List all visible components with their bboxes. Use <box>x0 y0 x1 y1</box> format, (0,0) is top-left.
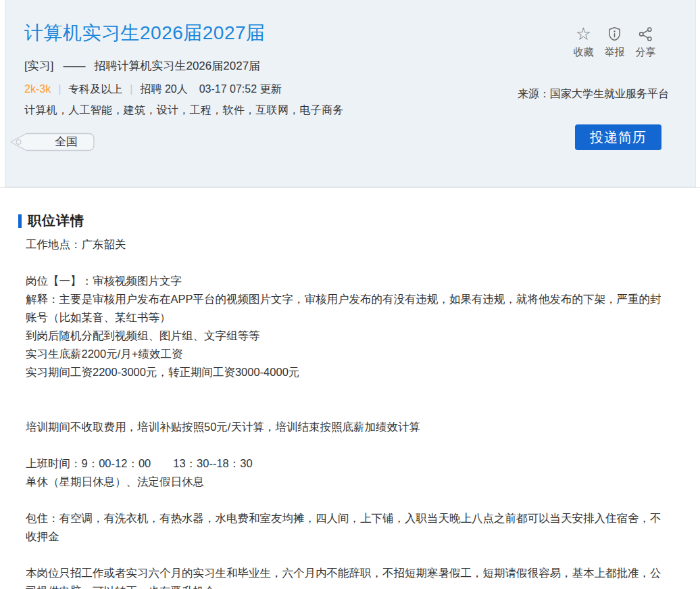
job-type-tag: [实习] <box>24 60 53 72</box>
source-line: 来源：国家大学生就业服务平台 <box>518 87 669 101</box>
headcount: 招聘 20人 <box>140 83 187 95</box>
salary-range: 2k-3k <box>24 83 51 95</box>
meta-divider: | <box>130 83 132 95</box>
job-description-text: 工作地点：广东韶关 岗位【一】：审核视频图片文字 解释：主要是审核用户发布在AP… <box>26 235 669 589</box>
job-meta-row: 2k-3k|专科及以上|招聘 20人03-17 07:52 更新 <box>24 83 282 97</box>
job-summary-card: 计算机实习生2026届2027届 [实习]——招聘计算机实习生2026届2027… <box>5 0 696 187</box>
updated-timestamp: 03-17 07:52 更新 <box>199 83 282 95</box>
location-tag-label: 全国 <box>38 134 95 149</box>
job-subtitle-text: 招聘计算机实习生2026届2027届 <box>94 60 260 72</box>
location-tag: 全国 <box>8 131 99 154</box>
favorite-button[interactable]: ☆ 收藏 <box>572 24 595 59</box>
job-subtitle: [实习]——招聘计算机实习生2026届2027届 <box>24 58 260 74</box>
report-icon <box>606 24 623 43</box>
card-actions: ☆ 收藏 举报 <box>572 24 657 59</box>
favorite-label: 收藏 <box>574 46 594 59</box>
education-requirement: 专科及以上 <box>68 83 122 95</box>
source-label: 来源： <box>518 88 550 99</box>
page-title: 计算机实习生2026届2027届 <box>24 20 266 46</box>
star-icon: ☆ <box>576 24 591 43</box>
section-header: 职位详情 <box>18 212 84 230</box>
report-label: 举报 <box>605 46 625 59</box>
apply-resume-button[interactable]: 投递简历 <box>575 124 661 150</box>
report-button[interactable]: 举报 <box>603 24 626 59</box>
source-value: 国家大学生就业服务平台 <box>550 88 669 99</box>
share-icon <box>637 24 654 43</box>
job-details-section: 职位详情 工作地点：广东韶关 岗位【一】：审核视频图片文字 解释：主要是审核用户… <box>0 187 700 589</box>
section-title: 职位详情 <box>28 212 84 230</box>
job-category-tags: 计算机，人工智能，建筑，设计，工程，软件，互联网，电子商务 <box>24 103 344 118</box>
share-label: 分享 <box>636 46 656 59</box>
meta-divider: | <box>58 83 61 95</box>
section-accent-bar <box>18 214 22 228</box>
subtitle-dash: —— <box>63 60 84 72</box>
share-button[interactable]: 分享 <box>634 24 657 59</box>
job-detail-page: 计算机实习生2026届2027届 [实习]——招聘计算机实习生2026届2027… <box>0 0 700 589</box>
